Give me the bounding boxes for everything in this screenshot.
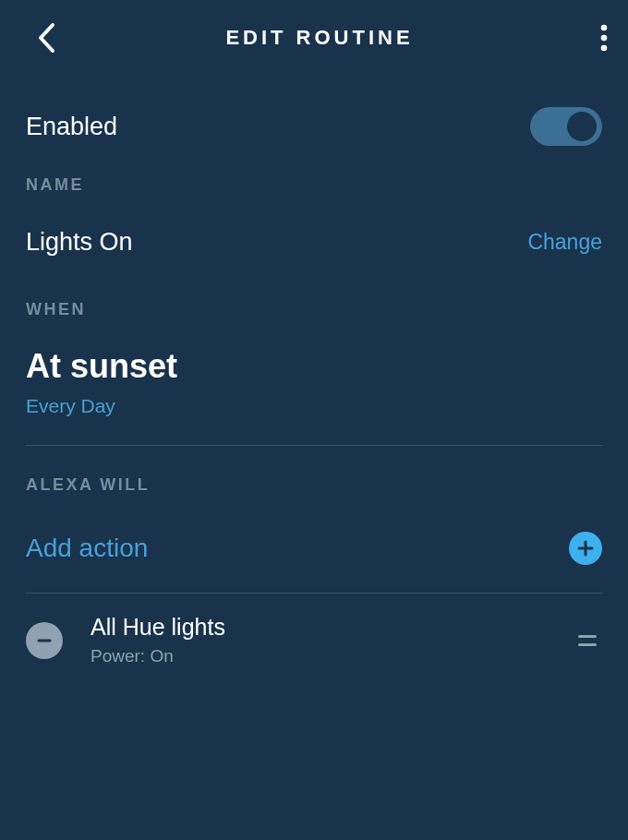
back-button[interactable] [28,19,65,56]
minus-icon [36,632,53,649]
trigger-recurrence: Every Day [26,386,602,445]
change-name-link[interactable]: Change [527,230,602,255]
drag-handle-line [578,635,597,638]
more-vertical-icon [600,24,608,52]
enabled-toggle[interactable] [530,107,602,146]
routine-name-row: Lights On Change [26,200,602,274]
actions-section-heading: ALEXA WILL [26,446,602,500]
action-title: All Hue lights [91,614,573,641]
action-texts: All Hue lights Power: On [63,614,573,666]
enabled-row: Enabled [26,76,602,150]
remove-action-button[interactable] [26,622,63,659]
enabled-label: Enabled [26,113,117,141]
toggle-knob [567,112,597,141]
when-section-heading: WHEN [26,274,602,325]
add-action-button[interactable]: Add action [26,500,602,593]
svg-point-2 [601,45,608,52]
chevron-left-icon [36,22,56,54]
action-subtitle: Power: On [91,641,573,666]
add-action-label: Add action [26,534,148,563]
more-options-button[interactable] [574,19,608,56]
plus-icon [569,532,602,565]
name-section-heading: NAME [26,150,602,200]
trigger-block[interactable]: At sunset Every Day [26,325,602,445]
trigger-title: At sunset [26,325,602,386]
page-title: EDIT ROUTINE [65,26,574,50]
action-item[interactable]: All Hue lights Power: On [26,594,602,685]
routine-name-value: Lights On [26,228,133,257]
drag-handle[interactable] [573,635,602,646]
app-header: EDIT ROUTINE [0,0,628,76]
svg-point-0 [601,25,608,31]
drag-handle-line [578,643,597,646]
svg-point-1 [601,35,608,42]
